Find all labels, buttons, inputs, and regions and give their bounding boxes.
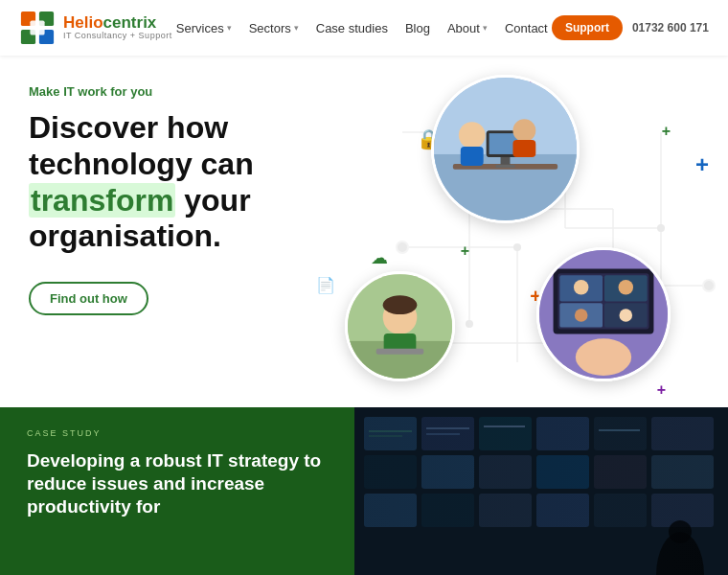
logo-text: Heliocentrix IT Consultancy + Support <box>63 14 172 42</box>
logo-icon <box>19 10 56 46</box>
nav-about[interactable]: About ▾ <box>447 21 488 35</box>
person-working-image <box>348 274 452 379</box>
hero-section: Make IT work for you Discover how techno… <box>0 56 728 448</box>
nav-case-studies[interactable]: Case studies <box>316 21 388 35</box>
team-image <box>434 78 577 220</box>
svg-point-54 <box>620 309 633 322</box>
case-study-section: Case Study Developing a robust IT strate… <box>0 407 728 575</box>
logo-name-prefix: Helio <box>63 13 103 32</box>
hero-visual: + + + + + + + + 🔒 ☁ 📄 ✉ 👥 <box>326 56 728 448</box>
svg-point-21 <box>513 243 521 251</box>
svg-rect-32 <box>501 156 511 164</box>
cloud-icon: ☁ <box>371 247 388 268</box>
svg-rect-33 <box>496 164 515 167</box>
logo-name-suffix: centrix <box>103 13 157 32</box>
svg-rect-83 <box>354 407 728 575</box>
case-study-image <box>354 407 728 575</box>
svg-rect-35 <box>461 147 484 166</box>
svg-point-55 <box>576 338 631 376</box>
svg-point-23 <box>466 320 473 328</box>
nav-services[interactable]: Services ▾ <box>176 21 232 35</box>
svg-point-53 <box>575 309 588 322</box>
support-button[interactable]: Support <box>552 15 623 40</box>
svg-point-20 <box>657 224 665 232</box>
nav-contact[interactable]: Contact <box>505 21 548 35</box>
svg-rect-43 <box>376 348 424 354</box>
hero-title-before: Discover how technology can <box>29 110 254 181</box>
phone-number: 01732 600 171 <box>632 21 709 34</box>
svg-point-52 <box>619 280 634 295</box>
circle-image-person-working <box>345 271 455 381</box>
case-study-title: Developing a robust IT strategy to reduc… <box>27 449 328 518</box>
svg-rect-37 <box>512 140 535 157</box>
main-nav: Services ▾ Sectors ▾ Case studies Blog A… <box>176 21 548 35</box>
logo-name: Heliocentrix <box>63 14 172 33</box>
header-actions: Support 01732 600 171 <box>552 15 709 40</box>
svg-point-41 <box>383 295 418 314</box>
nav-blog[interactable]: Blog <box>405 21 430 35</box>
plus-green-1: + <box>662 123 671 140</box>
find-out-button[interactable]: Find out how <box>29 282 148 315</box>
plus-blue-1: + <box>695 151 709 178</box>
video-call-image <box>539 250 668 379</box>
svg-point-36 <box>512 119 535 142</box>
logo-tagline: IT Consultancy + Support <box>63 32 172 41</box>
nav-sectors[interactable]: Sectors ▾ <box>249 21 299 35</box>
hero-title-highlight: transform <box>29 183 175 218</box>
case-study-content: Case Study Developing a robust IT strate… <box>0 407 354 575</box>
chevron-down-icon: ▾ <box>483 23 488 33</box>
document-icon: 📄 <box>316 276 335 294</box>
svg-point-34 <box>459 122 486 149</box>
plus-green-2: + <box>461 242 469 260</box>
plus-purple-2: + <box>657 381 666 399</box>
case-study-label: Case Study <box>27 428 328 438</box>
chevron-down-icon: ▾ <box>227 23 232 33</box>
chevron-down-icon: ▾ <box>294 23 299 33</box>
svg-point-25 <box>703 280 715 291</box>
logo[interactable]: Heliocentrix IT Consultancy + Support <box>19 10 172 46</box>
header: Heliocentrix IT Consultancy + Support Se… <box>0 0 728 56</box>
circle-image-team <box>431 75 580 223</box>
circle-image-video-call <box>536 247 671 381</box>
svg-point-26 <box>397 242 408 253</box>
svg-point-51 <box>574 280 589 295</box>
